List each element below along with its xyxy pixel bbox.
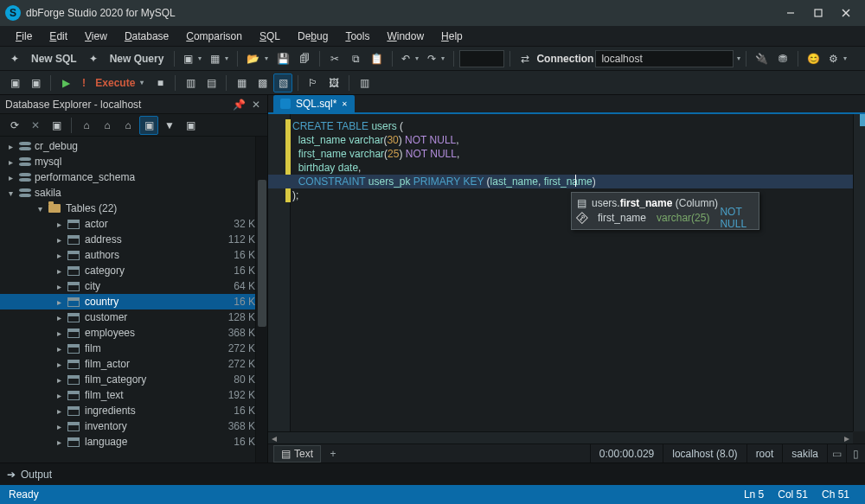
connection-input[interactable]: localhost bbox=[595, 50, 734, 67]
tool-c2[interactable]: ⛃ bbox=[773, 49, 792, 68]
menu-view[interactable]: View bbox=[78, 29, 114, 44]
tool-c1[interactable]: 🔌 bbox=[752, 49, 772, 68]
intellisense-popup[interactable]: ▤users.first_name (Column) ⚿first_nameva… bbox=[571, 192, 759, 230]
tree-row[interactable]: ▸inventory368 KB bbox=[0, 418, 267, 434]
editor-add-tab[interactable]: + bbox=[324, 445, 342, 463]
tree-row[interactable]: ▸performance_schema bbox=[0, 169, 267, 185]
menu-sql[interactable]: SQL bbox=[253, 29, 287, 44]
t2-f[interactable]: 🏳 bbox=[304, 73, 323, 93]
menu-help[interactable]: Help bbox=[434, 29, 470, 44]
pin-icon[interactable]: 📌 bbox=[233, 99, 245, 111]
menu-tools[interactable]: Tools bbox=[338, 29, 376, 44]
editor-text-tab[interactable]: ▤ Text bbox=[273, 445, 321, 463]
t2-a[interactable]: ▥ bbox=[181, 73, 200, 93]
hscroll-left-icon[interactable]: ◂ bbox=[268, 432, 280, 444]
output-panel[interactable]: ➔ Output bbox=[0, 463, 865, 485]
undo-button[interactable]: ↶▾ bbox=[398, 49, 422, 68]
ex-b2[interactable]: ⌂ bbox=[77, 116, 96, 135]
paste-button[interactable]: 📋 bbox=[367, 49, 387, 68]
hscrollbar[interactable]: ◂ ▸ bbox=[268, 431, 853, 443]
t2-h[interactable]: ▥ bbox=[355, 73, 374, 93]
status-ready: Ready bbox=[9, 488, 39, 501]
tree-row[interactable]: ▸city64 KB bbox=[0, 278, 267, 294]
sql-file-icon bbox=[280, 99, 291, 109]
connection-chevron-icon[interactable]: ▾ bbox=[737, 54, 740, 62]
maximize-button[interactable] bbox=[804, 3, 832, 22]
stop3-button[interactable]: ■ bbox=[151, 73, 170, 93]
zoom-combo[interactable] bbox=[459, 50, 504, 67]
new-query-button[interactable]: New Query bbox=[105, 49, 170, 68]
t2-e-active[interactable]: ▧ bbox=[273, 73, 292, 93]
user-info: root bbox=[746, 444, 783, 463]
execute-button[interactable]: ! Execute▾ bbox=[77, 73, 149, 93]
ex-remove-button[interactable]: ✕ bbox=[26, 116, 45, 135]
tree-row[interactable]: ▾sakila bbox=[0, 185, 267, 201]
close-button[interactable] bbox=[832, 3, 860, 22]
open-button[interactable]: 📂▾ bbox=[243, 49, 272, 68]
new-query-icon[interactable]: ✦ bbox=[84, 49, 103, 68]
menu-database[interactable]: Database bbox=[118, 29, 176, 44]
menu-file[interactable]: FFileile bbox=[9, 29, 39, 44]
ex-b4[interactable]: ⌂ bbox=[119, 116, 138, 135]
stop1-button[interactable]: ▣ bbox=[5, 73, 24, 93]
tab-sql-file[interactable]: SQL.sql* ✕ bbox=[273, 95, 355, 112]
menu-edit[interactable]: Edit bbox=[42, 29, 74, 44]
tree-row[interactable]: ▸category16 KB bbox=[0, 263, 267, 278]
change-marker bbox=[285, 119, 291, 202]
tab-close-icon[interactable]: ✕ bbox=[342, 100, 348, 108]
t2-d[interactable]: ▩ bbox=[253, 73, 272, 93]
new-sql-button[interactable]: New SQL bbox=[26, 49, 82, 68]
ex-b5-active[interactable]: ▣ bbox=[139, 116, 158, 135]
copy-button[interactable]: ⧉ bbox=[346, 49, 365, 68]
tree-scrollbar[interactable] bbox=[255, 137, 267, 463]
tree-row[interactable]: ▸cr_debug bbox=[0, 138, 267, 154]
stop2-button[interactable]: ▣ bbox=[26, 73, 45, 93]
cut-button[interactable]: ✂ bbox=[325, 49, 344, 68]
toolbar-secondary: ▣ ▣ ▶ ! Execute▾ ■ ▥ ▤ ▦ ▩ ▧ 🏳 🖼 ▥ bbox=[0, 71, 865, 95]
t2-c[interactable]: ▦ bbox=[232, 73, 251, 93]
tree-row[interactable]: ▸mysql bbox=[0, 154, 267, 169]
t2-b[interactable]: ▤ bbox=[202, 73, 221, 93]
run-button[interactable]: ▶ bbox=[56, 73, 75, 93]
tree-row[interactable]: ▸film_text192 KB bbox=[0, 387, 267, 403]
tree-row[interactable]: ▸film_actor272 KB bbox=[0, 356, 267, 372]
tree-row[interactable]: ▸film272 KB bbox=[0, 341, 267, 356]
tree-row[interactable]: ▸address112 KB bbox=[0, 232, 267, 247]
redo-button[interactable]: ↷▾ bbox=[424, 49, 448, 68]
ed-ico2[interactable]: ▯ bbox=[846, 444, 865, 463]
tree-row[interactable]: ▾Tables (22) bbox=[0, 201, 267, 216]
tree-row[interactable]: ▸country16 KB bbox=[0, 294, 267, 309]
tree-row[interactable]: ▸language16 KB bbox=[0, 434, 267, 450]
tree-row[interactable]: ▸employees368 KB bbox=[0, 325, 267, 341]
save-as-button[interactable]: 🗐 bbox=[295, 49, 314, 68]
save-button[interactable]: 💾 bbox=[273, 49, 293, 68]
ex-b6[interactable]: ▣ bbox=[181, 116, 200, 135]
tree-row[interactable]: ▸film_category80 KB bbox=[0, 372, 267, 387]
close-icon[interactable]: ✕ bbox=[250, 99, 262, 111]
tree-row[interactable]: ▸actor32 KB bbox=[0, 216, 267, 232]
server-info: localhost (8.0) bbox=[663, 444, 746, 463]
menu-debug[interactable]: Debug bbox=[291, 29, 335, 44]
ex-filter-icon[interactable]: ▼ bbox=[160, 116, 179, 135]
vscrollbar[interactable] bbox=[853, 114, 865, 431]
tree-row[interactable]: ▸ingredients16 KB bbox=[0, 403, 267, 418]
hscroll-right-icon[interactable]: ▸ bbox=[841, 432, 853, 444]
menu-comparison[interactable]: Comparison bbox=[179, 29, 249, 44]
menu-window[interactable]: Window bbox=[380, 29, 431, 44]
caret bbox=[575, 175, 576, 187]
tool-b[interactable]: ▦▾ bbox=[207, 49, 232, 68]
ex-b3[interactable]: ⌂ bbox=[98, 116, 117, 135]
ed-ico1[interactable]: ▭ bbox=[827, 444, 846, 463]
tool-c4[interactable]: ⚙▾ bbox=[825, 49, 850, 68]
tool-c3[interactable]: 😊 bbox=[804, 49, 823, 68]
tree-row[interactable]: ▸authors16 KB bbox=[0, 247, 267, 263]
t2-g[interactable]: 🖼 bbox=[324, 73, 343, 93]
tree-row[interactable]: ▸customer128 KB bbox=[0, 309, 267, 325]
minimize-button[interactable] bbox=[777, 3, 804, 22]
tool-a[interactable]: ▣▾ bbox=[180, 49, 205, 68]
tree[interactable]: ▸cr_debug▸mysql▸performance_schema▾sakil… bbox=[0, 137, 267, 463]
ex-b1[interactable]: ▣ bbox=[47, 116, 66, 135]
code-editor[interactable]: CREATE TABLE users ( last_name varchar(3… bbox=[268, 114, 865, 443]
ex-refresh-button[interactable]: ⟳ bbox=[5, 116, 24, 135]
new-sql-icon[interactable]: ✦ bbox=[5, 49, 24, 68]
